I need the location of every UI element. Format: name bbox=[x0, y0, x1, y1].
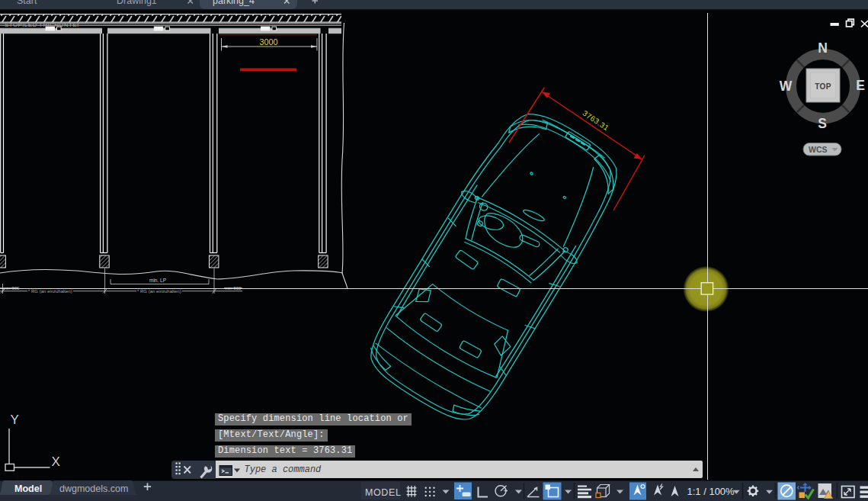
svg-text:STOPILED THICHUNTEI: STOPILED THICHUNTEI bbox=[5, 21, 79, 28]
svg-text:* RG (an einzuhalten): * RG (an einzuhalten) bbox=[28, 289, 72, 294]
svg-text:Drawing1: Drawing1 bbox=[117, 0, 157, 6]
svg-text:dwgmodels.com: dwgmodels.com bbox=[59, 483, 128, 494]
svg-text:Model: Model bbox=[14, 483, 42, 494]
svg-text:parking_4: parking_4 bbox=[213, 0, 255, 6]
svg-text:S: S bbox=[818, 116, 827, 131]
svg-text:min. LP: min. LP bbox=[149, 278, 166, 283]
svg-text:* RG (an einzuhalten): * RG (an einzuhalten) bbox=[137, 289, 181, 294]
svg-text:TOP: TOP bbox=[815, 82, 831, 91]
svg-text:X: X bbox=[52, 454, 60, 469]
svg-text:MODEL: MODEL bbox=[365, 487, 401, 498]
svg-text:Start: Start bbox=[17, 0, 37, 6]
svg-text:WCS: WCS bbox=[809, 145, 828, 154]
svg-text:Y: Y bbox=[11, 413, 19, 427]
svg-text:N: N bbox=[818, 40, 828, 56]
svg-text:3000: 3000 bbox=[260, 37, 278, 47]
svg-text:E: E bbox=[856, 78, 865, 93]
svg-text:W: W bbox=[780, 79, 793, 94]
svg-text:1:1 / 100%: 1:1 / 100% bbox=[687, 486, 735, 497]
